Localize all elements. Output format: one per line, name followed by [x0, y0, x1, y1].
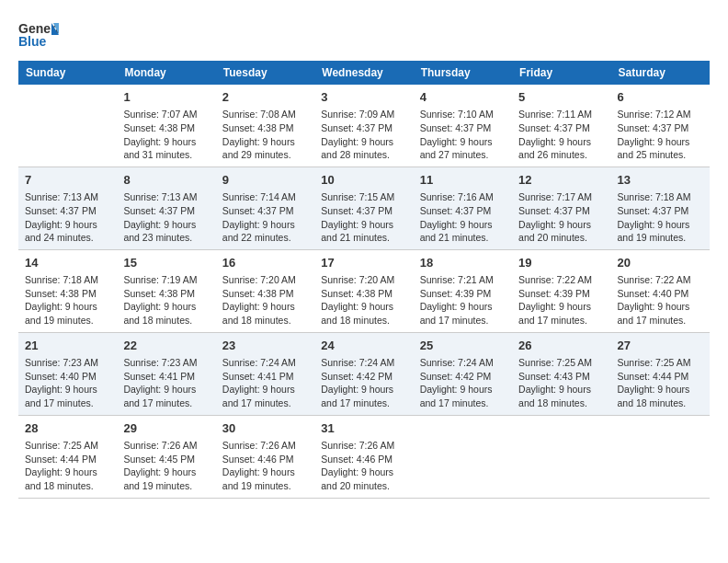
day-header-tuesday: Tuesday [216, 61, 314, 85]
day-info: Sunrise: 7:23 AM Sunset: 4:40 PM Dayligh… [25, 356, 110, 410]
calendar-cell: 29Sunrise: 7:26 AM Sunset: 4:45 PM Dayli… [117, 415, 215, 498]
day-number: 9 [222, 172, 308, 189]
calendar-cell: 8Sunrise: 7:13 AM Sunset: 4:37 PM Daylig… [117, 167, 215, 249]
calendar-cell: 25Sunrise: 7:24 AM Sunset: 4:42 PM Dayli… [414, 332, 512, 415]
calendar-cell: 4Sunrise: 7:10 AM Sunset: 4:37 PM Daylig… [414, 85, 512, 167]
day-number: 18 [420, 255, 506, 271]
day-info: Sunrise: 7:17 AM Sunset: 4:37 PM Dayligh… [518, 190, 604, 245]
day-header-monday: Monday [117, 61, 215, 85]
day-info: Sunrise: 7:22 AM Sunset: 4:40 PM Dayligh… [618, 273, 703, 327]
calendar-cell: 1Sunrise: 7:07 AM Sunset: 4:38 PM Daylig… [117, 85, 215, 167]
day-number: 23 [222, 338, 308, 354]
calendar-cell: 24Sunrise: 7:24 AM Sunset: 4:42 PM Dayli… [314, 332, 413, 415]
day-info: Sunrise: 7:23 AM Sunset: 4:41 PM Dayligh… [123, 356, 209, 410]
page-header: General Blue [18, 18, 710, 52]
day-number: 16 [222, 255, 308, 271]
day-info: Sunrise: 7:26 AM Sunset: 4:46 PM Dayligh… [321, 439, 406, 493]
day-number: 29 [123, 420, 209, 437]
day-info: Sunrise: 7:15 AM Sunset: 4:37 PM Dayligh… [321, 190, 406, 245]
day-info: Sunrise: 7:21 AM Sunset: 4:39 PM Dayligh… [420, 273, 506, 327]
day-info: Sunrise: 7:08 AM Sunset: 4:38 PM Dayligh… [222, 108, 308, 162]
day-info: Sunrise: 7:22 AM Sunset: 4:39 PM Dayligh… [518, 273, 604, 327]
day-info: Sunrise: 7:16 AM Sunset: 4:37 PM Dayligh… [420, 190, 506, 245]
calendar-cell: 16Sunrise: 7:20 AM Sunset: 4:38 PM Dayli… [216, 249, 314, 332]
logo: General Blue [18, 18, 59, 52]
day-header-friday: Friday [512, 61, 610, 85]
day-info: Sunrise: 7:18 AM Sunset: 4:37 PM Dayligh… [618, 190, 703, 245]
day-number: 20 [618, 255, 703, 271]
day-number: 5 [518, 89, 604, 106]
calendar-cell: 13Sunrise: 7:18 AM Sunset: 4:37 PM Dayli… [611, 167, 710, 249]
day-info: Sunrise: 7:20 AM Sunset: 4:38 PM Dayligh… [321, 273, 406, 327]
calendar-cell: 30Sunrise: 7:26 AM Sunset: 4:46 PM Dayli… [216, 415, 314, 498]
calendar-cell: 23Sunrise: 7:24 AM Sunset: 4:41 PM Dayli… [216, 332, 314, 415]
day-number: 26 [518, 338, 604, 354]
day-number: 2 [222, 89, 308, 106]
day-number: 19 [518, 255, 604, 271]
day-info: Sunrise: 7:19 AM Sunset: 4:38 PM Dayligh… [123, 273, 209, 327]
calendar-cell: 7Sunrise: 7:13 AM Sunset: 4:37 PM Daylig… [18, 167, 117, 249]
day-info: Sunrise: 7:26 AM Sunset: 4:45 PM Dayligh… [123, 439, 209, 493]
calendar-cell: 31Sunrise: 7:26 AM Sunset: 4:46 PM Dayli… [314, 415, 413, 498]
calendar-cell: 26Sunrise: 7:25 AM Sunset: 4:43 PM Dayli… [512, 332, 610, 415]
day-number: 12 [518, 172, 604, 189]
calendar-cell [18, 85, 117, 167]
day-number: 17 [321, 255, 406, 271]
calendar-cell: 14Sunrise: 7:18 AM Sunset: 4:38 PM Dayli… [18, 249, 117, 332]
day-info: Sunrise: 7:24 AM Sunset: 4:41 PM Dayligh… [222, 356, 308, 410]
day-number: 10 [321, 172, 406, 189]
day-info: Sunrise: 7:25 AM Sunset: 4:44 PM Dayligh… [618, 356, 703, 410]
calendar-cell: 5Sunrise: 7:11 AM Sunset: 4:37 PM Daylig… [512, 85, 610, 167]
day-number: 22 [123, 338, 209, 354]
day-info: Sunrise: 7:09 AM Sunset: 4:37 PM Dayligh… [321, 108, 406, 162]
day-number: 30 [222, 420, 308, 437]
calendar-table: SundayMondayTuesdayWednesdayThursdayFrid… [18, 61, 710, 499]
calendar-cell: 22Sunrise: 7:23 AM Sunset: 4:41 PM Dayli… [117, 332, 215, 415]
day-info: Sunrise: 7:25 AM Sunset: 4:44 PM Dayligh… [25, 439, 110, 493]
day-number: 27 [618, 338, 703, 354]
day-number: 31 [321, 420, 406, 437]
day-number: 25 [420, 338, 506, 354]
svg-text:Blue: Blue [18, 34, 47, 49]
calendar-cell: 11Sunrise: 7:16 AM Sunset: 4:37 PM Dayli… [414, 167, 512, 249]
calendar-header: SundayMondayTuesdayWednesdayThursdayFrid… [18, 61, 710, 85]
day-header-sunday: Sunday [18, 61, 117, 85]
logo-icon: General Blue [18, 18, 59, 52]
day-info: Sunrise: 7:26 AM Sunset: 4:46 PM Dayligh… [222, 439, 308, 493]
day-info: Sunrise: 7:12 AM Sunset: 4:37 PM Dayligh… [618, 108, 703, 162]
day-info: Sunrise: 7:24 AM Sunset: 4:42 PM Dayligh… [321, 356, 406, 410]
day-header-wednesday: Wednesday [314, 61, 413, 85]
day-info: Sunrise: 7:14 AM Sunset: 4:37 PM Dayligh… [222, 190, 308, 245]
day-info: Sunrise: 7:13 AM Sunset: 4:37 PM Dayligh… [123, 190, 209, 245]
calendar-cell [414, 415, 512, 498]
day-info: Sunrise: 7:13 AM Sunset: 4:37 PM Dayligh… [25, 190, 110, 245]
day-info: Sunrise: 7:10 AM Sunset: 4:37 PM Dayligh… [420, 108, 506, 162]
calendar-cell: 19Sunrise: 7:22 AM Sunset: 4:39 PM Dayli… [512, 249, 610, 332]
day-number: 4 [420, 89, 506, 106]
calendar-cell [611, 415, 710, 498]
day-info: Sunrise: 7:07 AM Sunset: 4:38 PM Dayligh… [123, 108, 209, 162]
calendar-cell [512, 415, 610, 498]
day-number: 28 [25, 420, 110, 437]
day-header-saturday: Saturday [611, 61, 710, 85]
day-number: 8 [123, 172, 209, 189]
day-number: 11 [420, 172, 506, 189]
calendar-cell: 12Sunrise: 7:17 AM Sunset: 4:37 PM Dayli… [512, 167, 610, 249]
day-number: 3 [321, 89, 406, 106]
day-number: 1 [123, 89, 209, 106]
day-number: 24 [321, 338, 406, 354]
day-number: 13 [618, 172, 703, 189]
calendar-cell: 15Sunrise: 7:19 AM Sunset: 4:38 PM Dayli… [117, 249, 215, 332]
calendar-cell: 20Sunrise: 7:22 AM Sunset: 4:40 PM Dayli… [611, 249, 710, 332]
day-info: Sunrise: 7:25 AM Sunset: 4:43 PM Dayligh… [518, 356, 604, 410]
day-number: 14 [25, 255, 110, 271]
calendar-cell: 6Sunrise: 7:12 AM Sunset: 4:37 PM Daylig… [611, 85, 710, 167]
calendar-cell: 2Sunrise: 7:08 AM Sunset: 4:38 PM Daylig… [216, 85, 314, 167]
day-number: 15 [123, 255, 209, 271]
calendar-cell: 28Sunrise: 7:25 AM Sunset: 4:44 PM Dayli… [18, 415, 117, 498]
calendar-cell: 9Sunrise: 7:14 AM Sunset: 4:37 PM Daylig… [216, 167, 314, 249]
day-number: 21 [25, 338, 110, 354]
day-number: 6 [618, 89, 703, 106]
calendar-cell: 21Sunrise: 7:23 AM Sunset: 4:40 PM Dayli… [18, 332, 117, 415]
day-info: Sunrise: 7:24 AM Sunset: 4:42 PM Dayligh… [420, 356, 506, 410]
